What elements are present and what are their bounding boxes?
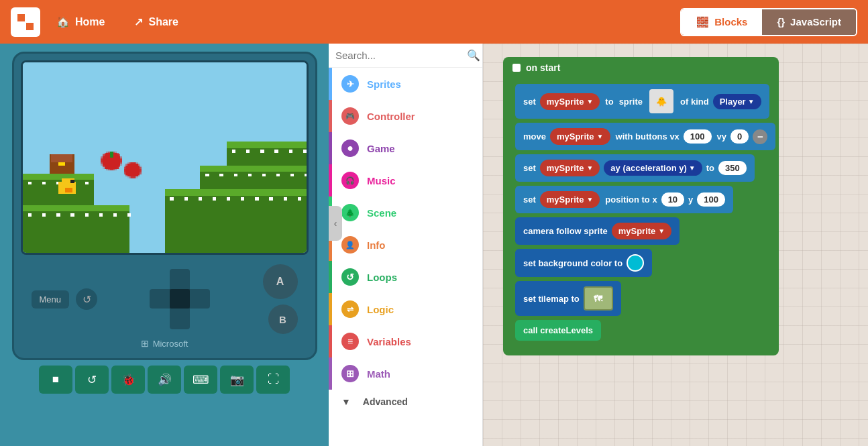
category-variables[interactable]: ≡ Variables bbox=[329, 325, 482, 357]
logic-label: Logic bbox=[367, 304, 394, 315]
x-value[interactable]: 10 bbox=[661, 192, 684, 207]
math-icon: ⊞ bbox=[341, 365, 359, 382]
category-math[interactable]: ⊞ Math bbox=[329, 357, 482, 390]
category-game[interactable]: ● Game bbox=[329, 132, 482, 164]
blocks-icon: 🧱 bbox=[696, 16, 709, 28]
menu-area: Menu ↺ bbox=[32, 288, 98, 310]
fullscreen-button[interactable]: ⛶ bbox=[256, 366, 290, 394]
home-icon: 🏠 bbox=[56, 15, 70, 28]
block-move: move mySprite with buttons vx 100 vy 0 − bbox=[515, 121, 775, 152]
sprite-image[interactable]: 🐥 bbox=[649, 89, 673, 113]
loops-label: Loops bbox=[367, 272, 397, 283]
block-bg-row[interactable]: set background color to bbox=[515, 249, 652, 277]
scene-label: Scene bbox=[367, 207, 396, 219]
on-start-label: on start bbox=[526, 62, 560, 73]
search-bar: 🔍 bbox=[329, 44, 482, 68]
mysprite-pill-camera[interactable]: mySprite ▼ bbox=[612, 223, 672, 239]
main-layout: Menu ↺ A B ⊞ Microsoft ■ ↺ bbox=[0, 44, 868, 446]
home-label: Home bbox=[75, 16, 105, 28]
variables-label: Variables bbox=[367, 336, 411, 347]
block-set-sprite: set mySprite to sprite 🐥 of kind Player … bbox=[515, 82, 775, 121]
block-call: call createLevels bbox=[515, 318, 775, 343]
block-set-ay: set mySprite ay (acceleration y) ▼ to 35… bbox=[515, 152, 775, 184]
mysprite-pill-3[interactable]: mySprite bbox=[540, 160, 600, 176]
share-button[interactable]: ↗ Share bbox=[126, 10, 186, 34]
category-music[interactable]: 🎧 Music bbox=[329, 164, 482, 197]
svg-rect-2 bbox=[17, 23, 25, 30]
blocks-mode-button[interactable]: 🧱 Blocks bbox=[682, 9, 762, 35]
advanced-label: Advanced bbox=[363, 396, 408, 407]
block-tilemap-row[interactable]: set tilemap to 🗺 bbox=[515, 281, 621, 316]
game-preview-panel: Menu ↺ A B ⊞ Microsoft ■ ↺ bbox=[0, 44, 329, 446]
microsoft-text: Microsoft bbox=[153, 339, 188, 349]
block-call-row[interactable]: call createLevels bbox=[515, 320, 601, 341]
svg-rect-1 bbox=[26, 14, 34, 21]
mysprite-pill-4[interactable]: mySprite bbox=[540, 191, 600, 208]
javascript-mode-button[interactable]: {} JavaScript bbox=[762, 9, 856, 35]
blocks-canvas: on start set mySprite to sprite 🐥 of kin… bbox=[483, 44, 868, 70]
mysprite-pill-1[interactable]: mySprite bbox=[540, 93, 600, 110]
category-advanced[interactable]: ▼ Advanced bbox=[329, 390, 482, 414]
player-kind-pill[interactable]: Player ▼ bbox=[713, 94, 761, 109]
collapse-panel-button[interactable]: ‹ bbox=[329, 206, 342, 241]
a-button[interactable]: A bbox=[263, 264, 298, 299]
music-icon: 🎧 bbox=[341, 172, 359, 189]
color-picker[interactable] bbox=[627, 254, 644, 272]
block-set-label[interactable]: set mySprite to sprite 🐥 of kind Player … bbox=[515, 84, 769, 119]
ay-dropdown[interactable]: ay (acceleration y) ▼ bbox=[604, 160, 702, 176]
category-scene[interactable]: 🌲 Scene bbox=[329, 197, 482, 229]
block-ay-row[interactable]: set mySprite ay (acceleration y) ▼ to 35… bbox=[515, 154, 755, 182]
category-logic[interactable]: ⇌ Logic bbox=[329, 293, 482, 325]
logo-icon bbox=[16, 13, 35, 32]
variables-icon: ≡ bbox=[341, 333, 359, 350]
block-move-row[interactable]: move mySprite with buttons vx 100 vy 0 − bbox=[515, 123, 775, 150]
scene-icon: 🌲 bbox=[341, 204, 359, 221]
music-label: Music bbox=[367, 175, 396, 186]
block-tilemap: set tilemap to 🗺 bbox=[515, 279, 775, 318]
info-icon: 👤 bbox=[341, 236, 359, 254]
refresh-button[interactable]: ↺ bbox=[76, 288, 97, 310]
y-value[interactable]: 100 bbox=[697, 192, 725, 207]
tilemap-image[interactable]: 🗺 bbox=[584, 286, 613, 311]
loops-icon: ↺ bbox=[341, 268, 359, 286]
game-screen bbox=[21, 60, 309, 255]
dpad-center bbox=[170, 289, 190, 309]
block-pos-row[interactable]: set mySprite position to x 10 y 100 bbox=[515, 186, 733, 213]
advanced-chevron-icon: ▼ bbox=[341, 396, 351, 407]
category-sprites[interactable]: ✈ Sprites bbox=[329, 68, 482, 100]
categories-list: ✈ Sprites 🎮 Controller ● Game 🎧 Music 🌲 … bbox=[329, 68, 482, 446]
svg-rect-3 bbox=[26, 23, 34, 30]
header: 🏠 Home ↗ Share 🧱 Blocks {} JavaScript bbox=[0, 0, 868, 44]
bottom-toolbar: ■ ↺ 🐞 🔊 ⌨ 📷 ⛶ bbox=[39, 366, 290, 394]
search-input[interactable] bbox=[335, 50, 463, 61]
stop-button[interactable]: ■ bbox=[39, 366, 72, 394]
block-notch bbox=[512, 64, 521, 72]
game-label: Game bbox=[367, 143, 395, 154]
b-button[interactable]: B bbox=[268, 304, 298, 334]
category-info[interactable]: 👤 Info bbox=[329, 229, 482, 261]
ay-value[interactable]: 350 bbox=[718, 161, 747, 175]
block-camera-row[interactable]: camera follow sprite mySprite ▼ bbox=[515, 217, 680, 245]
vx-value[interactable]: 100 bbox=[684, 129, 712, 144]
home-button[interactable]: 🏠 Home bbox=[48, 10, 113, 34]
mysprite-pill-2[interactable]: mySprite bbox=[550, 128, 610, 145]
game-icon: ● bbox=[341, 140, 359, 157]
vy-value[interactable]: 0 bbox=[730, 129, 749, 144]
share-icon: ↗ bbox=[134, 15, 143, 28]
sprites-label: Sprites bbox=[367, 78, 401, 90]
controller-icon: 🎮 bbox=[341, 107, 359, 125]
category-controller[interactable]: 🎮 Controller bbox=[329, 100, 482, 132]
minus-button-1[interactable]: − bbox=[753, 129, 767, 144]
restart-button[interactable]: ↺ bbox=[75, 366, 109, 394]
keyboard-button[interactable]: ⌨ bbox=[184, 366, 217, 394]
debug-button[interactable]: 🐞 bbox=[111, 366, 145, 394]
ab-buttons: A B bbox=[263, 264, 298, 334]
search-icon: 🔍 bbox=[467, 49, 480, 62]
screenshot-button[interactable]: 📷 bbox=[220, 366, 254, 394]
menu-button[interactable]: Menu bbox=[32, 290, 70, 309]
sound-button[interactable]: 🔊 bbox=[148, 366, 181, 394]
category-loops[interactable]: ↺ Loops bbox=[329, 261, 482, 293]
game-canvas bbox=[23, 62, 307, 253]
device-controls: Menu ↺ A B bbox=[21, 259, 309, 334]
dpad[interactable] bbox=[150, 269, 210, 329]
